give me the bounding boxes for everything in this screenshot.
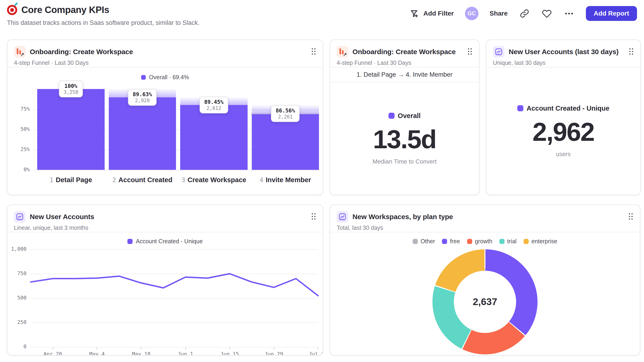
line-chart[interactable]: 1,0007505002500 xyxy=(31,249,318,347)
card-time-to-convert: ↗ Onboarding: Create Workspace 4-step Fu… xyxy=(330,39,480,195)
legend-swatch xyxy=(141,75,146,80)
funnel-step-label: 2Account Created xyxy=(109,175,176,184)
donut-legend-item-growth[interactable]: growth xyxy=(467,238,492,245)
funnel-step-label: 4Invite Member xyxy=(252,175,319,184)
line-x-axis: Apr 20May 4May 18Jun 1Jun 15Jun 29Jul 13 xyxy=(31,347,318,356)
funnel-report-icon: ↗ xyxy=(14,46,26,58)
card-donut: New Workspaces, by plan type Total, last… xyxy=(330,204,640,356)
funnel-y-tick-label: 50% xyxy=(20,126,30,132)
legend-label: free xyxy=(450,238,460,245)
funnel-step-labels: 1Detail Page2Account Created3Create Work… xyxy=(37,175,319,184)
line-y-tick-label: 750 xyxy=(17,271,26,276)
donut-legend-item-enterprise[interactable]: enterprise xyxy=(524,238,557,245)
new-users-caption: users xyxy=(556,151,571,158)
add-filter-button[interactable]: Add Filter xyxy=(409,8,454,19)
card-title[interactable]: Onboarding: Create Workspace xyxy=(30,48,133,56)
card-donut-header: New Workspaces, by plan type Total, last… xyxy=(330,205,640,232)
funnel-bar-tooltip: 89.45%2,612 xyxy=(200,97,228,113)
card-subtitle: 4-step Funnel · Last 30 Days xyxy=(337,59,472,66)
donut-legend-item-free[interactable]: free xyxy=(442,238,460,245)
donut-chart[interactable]: 2,637 xyxy=(432,249,538,354)
insights-report-icon xyxy=(337,211,348,223)
drag-handle-icon[interactable] xyxy=(468,48,472,55)
line-x-tick-label: Jun 1 xyxy=(178,351,193,356)
more-options-icon[interactable] xyxy=(564,8,575,19)
line-y-tick-label: 250 xyxy=(17,319,26,325)
avatar[interactable]: GC xyxy=(465,7,478,20)
line-x-tick xyxy=(274,347,274,350)
insights-report-icon xyxy=(14,211,26,223)
donut-legend-item-other[interactable]: Other xyxy=(413,238,435,245)
card-subtitle: 4-step Funnel · Last 30 Days xyxy=(14,59,316,66)
drag-handle-icon[interactable] xyxy=(312,213,316,220)
funnel-y-tick-label: 0% xyxy=(24,167,30,172)
funnel-chart[interactable]: 75%50%25%0%100%3,25889.63%2,92089.45%2,6… xyxy=(34,89,319,170)
median-time-value: 13.5d xyxy=(373,124,436,154)
line-series-path xyxy=(31,274,318,296)
nu30-legend-label: Account Created - Unique xyxy=(526,105,609,112)
insights-report-icon xyxy=(493,46,504,58)
legend-swatch xyxy=(524,239,529,244)
add-filter-label: Add Filter xyxy=(423,10,454,17)
page-subtitle: This dataset tracks actions in Saas soft… xyxy=(7,19,200,26)
funnel-bar-step-3[interactable]: 89.45%2,612 xyxy=(180,89,248,170)
funnel-bar-step-2[interactable]: 89.63%2,920 xyxy=(109,89,176,170)
drag-handle-icon[interactable] xyxy=(312,48,316,55)
card-nu30-header: New User Accounts (last 30 days) Unique,… xyxy=(486,40,640,67)
card-title[interactable]: New User Accounts xyxy=(30,213,94,221)
nu30-legend[interactable]: Account Created - Unique xyxy=(517,105,609,112)
legend-swatch xyxy=(388,113,394,119)
copy-link-icon[interactable] xyxy=(519,8,530,19)
card-new-users-30d: New User Accounts (last 30 days) Unique,… xyxy=(486,39,641,195)
line-x-tick-label: Apr 20 xyxy=(44,351,62,356)
line-x-tick xyxy=(141,347,142,350)
funnel-y-tick-label: 75% xyxy=(20,106,30,112)
legend-swatch xyxy=(442,239,447,244)
line-x-tick xyxy=(97,347,98,350)
donut-total: 2,637 xyxy=(473,296,497,307)
funnel-legend[interactable]: Overall · 69.4% xyxy=(8,74,323,81)
line-x-tick xyxy=(52,347,53,350)
favorite-heart-icon[interactable] xyxy=(541,8,552,19)
line-legend[interactable]: Account Created - Unique xyxy=(8,238,323,245)
funnel-range-label: 1. Detail Page → 4. Invite Member xyxy=(330,67,479,82)
legend-label: enterprise xyxy=(532,238,557,245)
funnel-gridline xyxy=(34,170,319,171)
share-button[interactable]: Share xyxy=(490,10,508,17)
line-x-tick-label: May 4 xyxy=(89,351,104,356)
dashboard-page: Core Company KPIs This dataset tracks ac… xyxy=(0,0,644,362)
legend-swatch xyxy=(128,239,132,244)
funnel-bar-tooltip: 100%3,258 xyxy=(59,81,83,97)
legend-swatch xyxy=(413,239,418,244)
line-y-tick-label: 0 xyxy=(24,344,26,350)
funnel-bar-tooltip: 86.56%2,261 xyxy=(271,105,300,122)
funnel-step-label: 1Detail Page xyxy=(37,175,104,184)
funnel-bar-tooltip: 89.63%2,920 xyxy=(128,89,157,106)
target-emoji-icon xyxy=(7,5,17,15)
drag-handle-icon[interactable] xyxy=(629,48,634,55)
drag-handle-icon[interactable] xyxy=(629,213,633,220)
filter-plus-icon xyxy=(409,8,420,19)
card-subtitle: Total, last 30 days xyxy=(337,224,633,231)
page-header: Core Company KPIs This dataset tracks ac… xyxy=(0,0,644,26)
line-y-tick-label: 500 xyxy=(17,295,26,301)
card-subtitle: Unique, last 30 days xyxy=(493,59,634,66)
line-y-tick-label: 1,000 xyxy=(11,246,26,252)
legend-swatch xyxy=(500,239,504,244)
ttc-legend[interactable]: Overall xyxy=(388,112,420,120)
card-title[interactable]: Onboarding: Create Workspace xyxy=(352,48,456,56)
funnel-bar-step-1[interactable]: 100%3,258 xyxy=(37,89,104,170)
card-subtitle: Linear, unique, last 3 months xyxy=(14,224,316,231)
metric-body: Account Created - Unique 2,962 users xyxy=(486,67,640,195)
metric-body: Overall 13.5d Median Time to Convert xyxy=(330,82,479,195)
legend-label: growth xyxy=(475,238,492,245)
add-report-button[interactable]: Add Report xyxy=(586,6,637,21)
legend-swatch xyxy=(467,239,472,244)
funnel-report-icon: ↗ xyxy=(337,46,348,58)
card-title[interactable]: New User Accounts (last 30 days) xyxy=(509,48,619,56)
donut-legend-item-trial[interactable]: trial xyxy=(500,238,516,245)
funnel-y-tick-label: 25% xyxy=(20,146,30,152)
card-title[interactable]: New Workspaces, by plan type xyxy=(352,213,453,221)
card-line-chart: New User Accounts Linear, unique, last 3… xyxy=(7,204,323,356)
funnel-bar-step-4[interactable]: 86.56%2,261 xyxy=(252,89,319,170)
